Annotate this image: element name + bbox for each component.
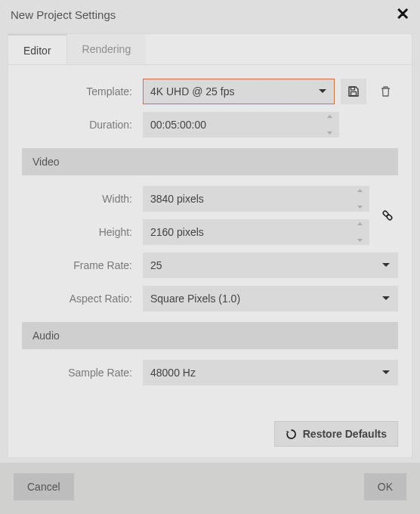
label-samplerate: Sample Rate: <box>22 367 143 379</box>
width-input[interactable]: 3840 pixels <box>143 186 369 212</box>
save-template-button[interactable] <box>341 79 366 104</box>
chevron-down-icon <box>381 296 391 302</box>
framerate-value: 25 <box>150 259 162 271</box>
cancel-button[interactable]: Cancel <box>14 473 74 500</box>
svg-rect-3 <box>386 214 392 220</box>
tab-rendering[interactable]: Rendering <box>67 34 147 64</box>
restore-icon <box>286 429 297 440</box>
restore-defaults-button[interactable]: Restore Defaults <box>274 421 398 447</box>
chevron-down-icon <box>381 262 391 268</box>
chevron-down-icon <box>318 88 327 94</box>
label-height: Height: <box>22 226 143 238</box>
label-duration: Duration: <box>22 119 143 131</box>
dialog-footer: Cancel OK <box>0 463 420 514</box>
save-icon <box>347 85 360 98</box>
label-template: Template: <box>22 85 143 98</box>
restore-label: Restore Defaults <box>303 428 387 440</box>
tab-editor-label: Editor <box>23 45 51 57</box>
spinner-handles[interactable] <box>324 114 335 135</box>
tab-bar: Editor Rendering <box>8 34 412 65</box>
row-width: Width: 3840 pixels <box>22 186 369 212</box>
row-framerate: Frame Rate: 25 <box>22 252 398 278</box>
chevron-up-icon <box>357 188 363 193</box>
section-audio: Audio <box>22 322 398 349</box>
chevron-up-icon <box>326 114 333 119</box>
content-panel: Editor Rendering Template: 4K UHD @ 25 f… <box>8 33 412 458</box>
label-aspectratio: Aspect Ratio: <box>22 293 143 305</box>
window-title: New Project Settings <box>11 8 116 21</box>
svg-rect-0 <box>351 87 355 90</box>
chevron-down-icon <box>357 238 363 243</box>
cancel-label: Cancel <box>27 481 60 493</box>
tab-rendering-label: Rendering <box>82 43 131 55</box>
section-video: Video <box>22 148 398 175</box>
chevron-down-icon <box>357 205 363 209</box>
spinner-handles[interactable] <box>354 221 365 243</box>
height-value: 2160 pixels <box>150 226 204 238</box>
height-input[interactable]: 2160 pixels <box>143 219 369 245</box>
label-width: Width: <box>22 193 143 205</box>
trash-icon <box>380 85 391 98</box>
close-icon[interactable]: ✕ <box>396 6 409 23</box>
aspectratio-value: Square Pixels (1.0) <box>150 293 240 305</box>
samplerate-value: 48000 Hz <box>150 367 196 379</box>
row-samplerate: Sample Rate: 48000 Hz <box>22 360 398 386</box>
framerate-select[interactable]: 25 <box>143 252 398 278</box>
row-template: Template: 4K UHD @ 25 fps <box>22 79 398 104</box>
chevron-up-icon <box>357 221 363 226</box>
svg-rect-1 <box>351 92 357 96</box>
aspectratio-select[interactable]: Square Pixels (1.0) <box>143 286 398 311</box>
width-height-block: Width: 3840 pixels Hei <box>22 186 398 245</box>
template-select[interactable]: 4K UHD @ 25 fps <box>143 79 335 104</box>
restore-row: Restore Defaults <box>8 415 412 457</box>
ok-button[interactable]: OK <box>364 473 406 500</box>
titlebar: New Project Settings ✕ <box>0 0 420 29</box>
form-area: Template: 4K UHD @ 25 fps <box>8 65 412 415</box>
spinner-handles[interactable] <box>354 188 365 209</box>
ok-label: OK <box>378 481 393 493</box>
label-framerate: Frame Rate: <box>22 259 143 271</box>
link-icon <box>380 208 395 223</box>
chevron-down-icon <box>326 131 333 135</box>
template-value: 4K UHD @ 25 fps <box>150 85 234 98</box>
duration-value: 00:05:00:00 <box>150 119 206 131</box>
samplerate-select[interactable]: 48000 Hz <box>143 360 398 386</box>
row-aspectratio: Aspect Ratio: Square Pixels (1.0) <box>22 286 398 311</box>
width-value: 3840 pixels <box>150 193 204 205</box>
row-duration: Duration: 00:05:00:00 <box>22 112 398 138</box>
settings-dialog: New Project Settings ✕ Editor Rendering … <box>0 0 420 514</box>
row-height: Height: 2160 pixels <box>22 219 369 245</box>
chevron-down-icon <box>381 370 391 376</box>
delete-template-button[interactable] <box>372 79 398 104</box>
duration-input[interactable]: 00:05:00:00 <box>143 112 339 138</box>
link-dimensions-toggle[interactable] <box>377 208 398 223</box>
tab-editor[interactable]: Editor <box>8 34 67 64</box>
